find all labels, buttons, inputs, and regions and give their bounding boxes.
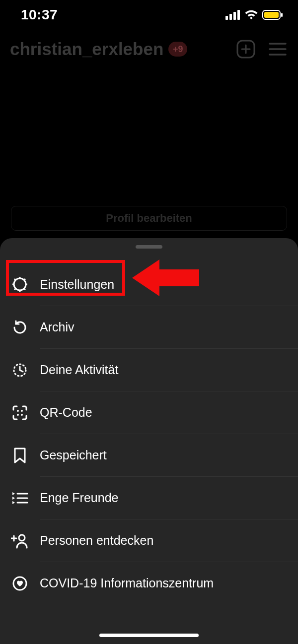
- menu-label: QR-Code: [40, 405, 92, 420]
- cellular-icon: [225, 10, 240, 20]
- svg-marker-38: [132, 259, 199, 296]
- menu-item-saved[interactable]: Gespeichert: [40, 434, 298, 476]
- svg-marker-31: [12, 492, 15, 495]
- svg-point-27: [21, 414, 23, 416]
- create-button[interactable]: [235, 39, 256, 60]
- menu-item-close-friends[interactable]: Enge Freunde: [40, 476, 298, 519]
- svg-point-14: [17, 282, 22, 287]
- notification-badge[interactable]: +9: [168, 42, 187, 57]
- status-bar: 10:37: [0, 0, 298, 30]
- menu-label: Gespeichert: [40, 448, 107, 462]
- svg-point-26: [17, 414, 19, 416]
- menu-item-archive[interactable]: Archiv: [40, 306, 298, 348]
- profile-header: christian_erxleben +9: [0, 39, 298, 60]
- gear-icon: [11, 275, 29, 293]
- home-indicator[interactable]: [99, 634, 199, 637]
- qr-code-icon: [11, 404, 29, 422]
- settings-menu: Einstellungen Archiv D: [0, 263, 298, 604]
- svg-rect-0: [225, 16, 228, 20]
- add-person-icon: [11, 532, 29, 550]
- battery-icon: [262, 10, 283, 20]
- bookmark-icon: [11, 447, 29, 464]
- username[interactable]: christian_erxleben: [10, 39, 163, 59]
- menu-label: Enge Freunde: [40, 491, 118, 505]
- sheet-grabber[interactable]: [136, 245, 162, 249]
- heart-circle-icon: [11, 575, 29, 592]
- menu-label: Einstellungen: [40, 277, 114, 292]
- svg-rect-2: [233, 12, 236, 20]
- svg-line-20: [24, 288, 25, 290]
- edit-profile-label: Profil bearbeiten: [106, 212, 192, 225]
- menu-item-covid-info[interactable]: COVID-19 Informationszentrum: [40, 562, 298, 604]
- svg-rect-1: [229, 14, 232, 20]
- svg-rect-6: [281, 13, 283, 17]
- archive-icon: [11, 319, 29, 336]
- svg-point-24: [17, 410, 19, 412]
- svg-line-21: [24, 279, 25, 280]
- menu-label: COVID-19 Informationszentrum: [40, 576, 214, 590]
- menu-button[interactable]: [267, 39, 288, 60]
- svg-rect-5: [264, 12, 279, 18]
- hamburger-icon: [269, 42, 287, 56]
- svg-point-25: [21, 410, 23, 412]
- menu-label: Deine Aktivität: [40, 363, 118, 377]
- annotation-arrow: [132, 256, 199, 300]
- plus-icon: [236, 40, 255, 59]
- menu-label: Archiv: [40, 320, 74, 334]
- svg-line-19: [14, 279, 16, 280]
- menu-item-activity[interactable]: Deine Aktivität: [40, 348, 298, 391]
- menu-item-discover-people[interactable]: Personen entdecken: [40, 519, 298, 562]
- svg-line-22: [14, 288, 16, 290]
- close-friends-icon: [11, 489, 29, 507]
- menu-item-qrcode[interactable]: QR-Code: [40, 391, 298, 434]
- wifi-icon: [244, 10, 258, 20]
- edit-profile-button[interactable]: Profil bearbeiten: [11, 206, 287, 231]
- activity-icon: [11, 361, 29, 379]
- svg-rect-3: [237, 10, 240, 20]
- menu-label: Personen entdecken: [40, 533, 153, 548]
- svg-point-34: [19, 535, 25, 541]
- svg-marker-33: [12, 501, 15, 504]
- svg-marker-32: [12, 497, 15, 500]
- status-right: [225, 10, 283, 20]
- status-time: 10:37: [21, 7, 58, 23]
